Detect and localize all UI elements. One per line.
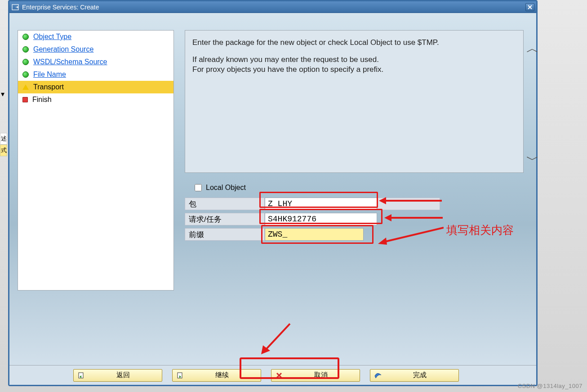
step-file-name[interactable]: File Name <box>18 68 173 81</box>
local-object-checkbox[interactable] <box>195 184 202 191</box>
prefix-label: 前缀 <box>185 228 265 241</box>
annotation-box-prefix <box>261 225 374 244</box>
dialog-body: Object Type Generation Source WSDL/Schem… <box>9 13 536 365</box>
scroll-arrows: ︿ ﹀ <box>526 40 539 168</box>
background-chevron: ▾ <box>1 90 4 98</box>
finish-label: 完成 <box>385 371 455 379</box>
status-icon-green <box>22 34 29 40</box>
window-icon <box>11 4 19 11</box>
annotation-text: 填写相关内容 <box>446 223 545 238</box>
step-object-type[interactable]: Object Type <box>18 31 173 43</box>
svg-line-7 <box>265 324 290 351</box>
titlebar: Enterprise Services: Create <box>9 1 536 13</box>
step-finish[interactable]: Finish <box>18 93 173 106</box>
svg-marker-6 <box>378 238 387 245</box>
step-transport[interactable]: Transport <box>18 81 173 93</box>
info-text-2: If already known you may enter the reque… <box>192 55 516 65</box>
info-text-1: Enter the package for the new object or … <box>192 38 516 48</box>
package-label: 包 <box>185 198 265 210</box>
status-icon-green <box>22 71 29 78</box>
arrow-icon <box>384 213 443 222</box>
back-button[interactable]: 返回 <box>73 369 162 382</box>
step-label: Generation Source <box>33 45 93 53</box>
info-text-3: For proxy objects you have the option to… <box>192 65 516 75</box>
request-label: 请求/任务 <box>185 213 265 225</box>
status-icon-red <box>22 97 28 102</box>
back-icon <box>77 372 85 379</box>
back-label: 返回 <box>88 371 158 379</box>
arrow-icon <box>379 196 442 205</box>
status-icon-yellow <box>22 84 29 90</box>
step-label: File Name <box>33 70 66 79</box>
finish-button[interactable]: 完成 <box>370 369 459 382</box>
annotation-box-continue <box>240 357 339 379</box>
step-generation-source[interactable]: Generation Source <box>18 43 173 56</box>
status-icon-green <box>22 59 29 65</box>
step-label: Object Type <box>33 33 71 41</box>
svg-marker-4 <box>384 214 391 221</box>
scroll-up-icon[interactable]: ︿ <box>526 40 539 57</box>
arrow-icon <box>376 223 444 246</box>
wizard-steps: Object Type Generation Source WSDL/Schem… <box>18 30 174 291</box>
close-button[interactable] <box>525 3 534 11</box>
dialog-window: Enterprise Services: Create Object Type … <box>8 0 538 386</box>
annotation-box-package <box>259 192 378 208</box>
annotation-box-request <box>259 209 382 224</box>
arrow-icon <box>258 321 294 357</box>
step-label: Transport <box>33 83 64 91</box>
watermark: CSDN @1314lay_1007 <box>518 383 583 389</box>
status-icon-green <box>22 46 29 53</box>
svg-marker-2 <box>379 197 386 204</box>
scroll-down-icon[interactable]: ﹀ <box>526 151 539 168</box>
background-cell-shu: 述 <box>0 133 7 145</box>
finish-icon <box>374 372 382 379</box>
window-title: Enterprise Services: Create <box>22 4 525 11</box>
continue-icon <box>176 372 184 379</box>
step-label: Finish <box>32 96 52 104</box>
background-cell-shi: 式 <box>0 145 7 156</box>
local-object-label: Local Object <box>206 184 246 192</box>
step-label: WSDL/Schema Source <box>33 58 107 66</box>
info-panel: Enter the package for the new object or … <box>185 30 524 173</box>
step-wsdl-schema-source[interactable]: WSDL/Schema Source <box>18 56 173 68</box>
svg-line-5 <box>383 228 444 242</box>
